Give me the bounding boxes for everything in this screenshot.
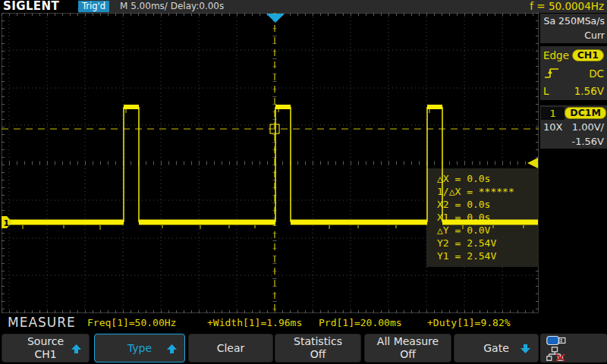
probe-attenuation: 10X: [543, 121, 562, 133]
acquisition-info: Sa 250MSa/s Curr 17.5Mpts: [540, 14, 607, 43]
all-measure-button-label: All Measure: [377, 335, 439, 348]
statistics-button-value: Off: [310, 348, 326, 361]
memory-depth: Curr 17.5Mpts: [540, 28, 607, 42]
clear-button[interactable]: Clear: [188, 334, 273, 362]
trigger-source-badge: CH1: [572, 49, 604, 61]
measure-freq: Freq[1]=50.00Hz: [87, 317, 176, 328]
cursor-x2: X2 = 0.0s: [437, 199, 490, 210]
trigger-type: Edge: [543, 49, 569, 61]
up-arrow-icon: [71, 344, 81, 353]
usb-icon: [546, 335, 566, 346]
top-status-bar: SIGLENT Trig'd M 5.00ms/ Delay:0.00s f =…: [0, 0, 607, 13]
down-arrow-icon: [521, 344, 530, 353]
type-button-label: Type: [127, 342, 152, 355]
up-arrow-icon: [167, 344, 177, 353]
frequency-counter: f = 50.0004Hz: [530, 0, 604, 13]
gate-button-label: Gate: [483, 342, 509, 355]
svg-text:1: 1: [4, 218, 10, 228]
trigger-panel[interactable]: Edge CH1 DC L 1.56V: [540, 46, 607, 100]
statistics-button[interactable]: Statistics Off: [275, 334, 361, 362]
trigger-coupling: DC: [589, 67, 604, 80]
cursor-inv-dx: 1/△X = ******: [437, 186, 514, 197]
measure-pos-duty: +Duty[1]=9.82%: [427, 317, 511, 328]
siglent-logo: SIGLENT: [0, 0, 79, 13]
source-button-label: Source: [27, 335, 64, 348]
rising-edge-icon: [543, 67, 560, 79]
oscilloscope-screen: SIGLENT Trig'd M 5.00ms/ Delay:0.00s f =…: [0, 0, 607, 364]
trigger-status-badge: Trig'd: [78, 1, 109, 12]
cursor-dx: △X = 0.0s: [437, 173, 490, 184]
cursor-y1: Y1 = 2.54V: [437, 250, 496, 262]
clear-button-label: Clear: [217, 342, 245, 355]
cursor-dy: △Y = 0.0V: [437, 224, 491, 236]
measure-title: MEASURE: [8, 315, 76, 330]
all-measure-button-value: Off: [400, 348, 416, 361]
all-measure-button[interactable]: All Measure Off: [364, 334, 451, 362]
trigger-level-label: L: [543, 85, 549, 97]
measure-period: Prd[1]=20.00ms: [319, 317, 402, 328]
lan-disconnected-icon: [546, 347, 566, 362]
source-button[interactable]: Source CH1: [2, 334, 90, 362]
gate-button[interactable]: Gate: [454, 334, 539, 362]
plot-border: [2, 14, 539, 313]
volts-per-div: 1.00V/: [572, 121, 604, 133]
connectivity-panel: [540, 334, 607, 362]
type-button[interactable]: Type: [94, 334, 185, 362]
sample-rate: Sa 250MSa/s: [540, 14, 607, 28]
channel-number: 1: [541, 107, 565, 120]
source-button-value: CH1: [34, 348, 56, 361]
waveform-display[interactable]: △X = 0.0s 1/△X = ****** X2 = 0.0s X1 = 0…: [2, 13, 539, 313]
trigger-level-value: 1.56V: [574, 85, 604, 97]
timebase-readout[interactable]: M 5.00ms/ Delay:0.00s: [120, 1, 224, 12]
channel-offset: -1.56V: [571, 136, 604, 147]
cursor-y2: Y2 = 2.54V: [437, 237, 496, 249]
channel-coupling-badge: DC1M: [565, 107, 606, 119]
measure-pos-width: +Width[1]=1.96ms: [207, 317, 302, 328]
channel-panel[interactable]: 1 DC1M 10X 1.00V/ -1.56V: [540, 105, 607, 149]
statistics-button-label: Statistics: [294, 335, 342, 348]
cursor-info-box: △X = 0.0s 1/△X = ****** X2 = 0.0s X1 = 0…: [426, 168, 539, 267]
